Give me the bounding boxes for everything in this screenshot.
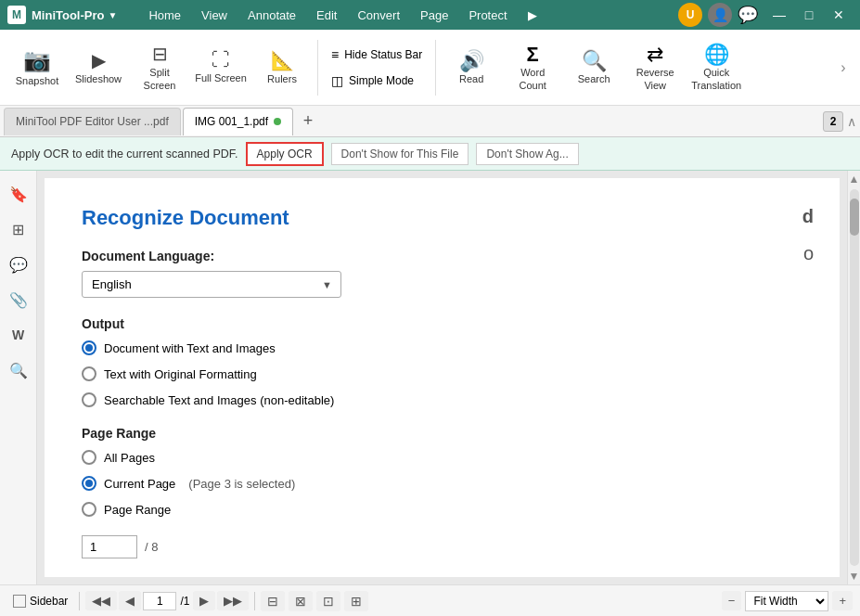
quick-translation-icon: 🌐 xyxy=(704,43,729,67)
nav-first-button[interactable]: ◀◀ xyxy=(85,591,117,610)
tab-img001[interactable]: IMG 001_1.pdf xyxy=(183,108,293,135)
toolbar-simple-mode[interactable]: ◫ Simple Mode xyxy=(324,70,430,92)
menu-home[interactable]: Home xyxy=(139,5,190,26)
output-radio-doc xyxy=(82,340,96,355)
tab-minitool-label: MiniTool PDF Editor User ...pdf xyxy=(16,115,169,128)
output-option-doc[interactable]: Document with Text and Images xyxy=(82,340,802,355)
snapshot-icon: 📷 xyxy=(23,47,51,73)
word-count-label: Word Count xyxy=(507,67,558,91)
sidebar-toggle[interactable]: Sidebar xyxy=(7,593,73,610)
word-count-icon: Σ xyxy=(527,43,539,67)
close-button[interactable]: ✕ xyxy=(825,4,853,26)
toolbar-rulers[interactable]: 📐 Rulers xyxy=(252,34,312,101)
menu-protect[interactable]: Protect xyxy=(459,5,516,26)
toolbar-snapshot[interactable]: 📷 Snapshot xyxy=(7,34,67,101)
menu-view[interactable]: View xyxy=(192,5,237,26)
page-range-start-input[interactable] xyxy=(82,535,137,558)
sidebar-thumbnail-icon[interactable]: ⊞ xyxy=(3,213,34,245)
page-range-radio-all xyxy=(82,450,96,465)
sidebar-search-icon[interactable]: 🔍 xyxy=(3,354,34,386)
app-name-arrow[interactable]: ▼ xyxy=(108,10,117,20)
toolbar-nav-arrow[interactable]: › xyxy=(834,40,853,96)
read-icon: 🔊 xyxy=(459,49,484,73)
reverse-view-label: Reverse View xyxy=(629,67,681,91)
toolbar-quick-translation[interactable]: 🌐 Quick Translation xyxy=(687,34,746,101)
menu-page[interactable]: Page xyxy=(411,5,457,26)
chat-icon[interactable]: 💬 xyxy=(738,5,758,25)
toolbar-reverse-view[interactable]: ⇄ Reverse View xyxy=(625,34,685,101)
toolbar-word-count[interactable]: Σ Word Count xyxy=(503,34,562,101)
output-option-text[interactable]: Text with Original Formatting xyxy=(82,366,802,381)
tab-bar: MiniTool PDF Editor User ...pdf IMG 001_… xyxy=(0,106,860,137)
sidebar-left: 🔖 ⊞ 💬 📎 W 🔍 xyxy=(0,171,37,584)
sidebar-comments-icon[interactable]: 💬 xyxy=(3,249,34,280)
apply-ocr-button[interactable]: Apply OCR xyxy=(246,142,324,166)
scroll-up-arrow[interactable]: ▲ xyxy=(847,171,860,187)
scroll-track[interactable] xyxy=(850,189,859,566)
view-grid-button[interactable]: ⊞ xyxy=(344,591,368,611)
minimize-button[interactable]: — xyxy=(765,4,793,26)
zoom-out-button[interactable]: − xyxy=(722,591,742,610)
nav-page-input[interactable] xyxy=(143,592,176,610)
nav-prev-button[interactable]: ◀ xyxy=(119,591,141,610)
split-screen-icon: ⊟ xyxy=(152,43,168,65)
language-select-wrapper: English French German Spanish Chinese Ja… xyxy=(82,271,341,298)
toolbar-search[interactable]: 🔍 Search xyxy=(564,34,623,101)
zoom-select[interactable]: Fit Width Fit Page 50% 75% 100% 125% 150… xyxy=(745,591,828,611)
window-controls: — □ ✕ xyxy=(765,4,853,26)
full-screen-icon: ⛶ xyxy=(212,49,230,71)
toolbar-full-screen[interactable]: ⛶ Full Screen xyxy=(191,34,250,101)
dont-show-file-button[interactable]: Don't Show for This File xyxy=(331,143,469,165)
dont-show-again-button[interactable]: Don't Show Ag... xyxy=(476,143,578,165)
sidebar-checkbox[interactable] xyxy=(13,595,26,608)
page-range-slash: / 8 xyxy=(145,540,158,554)
bottom-nav: ◀◀ ◀ /1 ▶ ▶▶ xyxy=(85,591,249,610)
user-avatar-orange[interactable]: U xyxy=(678,3,702,27)
page-range-custom[interactable]: Page Range xyxy=(82,502,802,517)
content-area: d o Recognize Document Document Language… xyxy=(37,171,860,584)
scroll-thumb xyxy=(850,199,859,236)
tab-count-badge: 2 xyxy=(823,111,843,132)
toolbar-hide-status-bar[interactable]: ≡ Hide Status Bar xyxy=(324,44,430,66)
snapshot-label: Snapshot xyxy=(16,75,58,87)
view-double-button[interactable]: ⊠ xyxy=(289,591,313,611)
nav-next-button[interactable]: ▶ xyxy=(193,591,215,610)
user-avatar-gray[interactable]: 👤 xyxy=(708,3,732,27)
menu-more[interactable]: ▶ xyxy=(519,5,546,26)
toolbar-read[interactable]: 🔊 Read xyxy=(442,34,501,101)
view-single-button[interactable]: ⊟ xyxy=(261,591,285,611)
sidebar-label: Sidebar xyxy=(30,595,68,608)
tab-minitool[interactable]: MiniTool PDF Editor User ...pdf xyxy=(4,108,181,135)
page-range-current[interactable]: Current Page (Page 3 is selected) xyxy=(82,476,802,491)
page-range-all-label: All Pages xyxy=(104,451,155,465)
tab-add-button[interactable]: + xyxy=(295,109,321,135)
output-option-doc-label: Document with Text and Images xyxy=(104,341,276,355)
partial-letter-d: d xyxy=(802,206,814,227)
maximize-button[interactable]: □ xyxy=(795,4,823,26)
toolbar-split-screen[interactable]: ⊟ Split Screen xyxy=(130,34,189,101)
full-screen-label: Full Screen xyxy=(195,72,247,84)
sidebar-fields-icon[interactable]: W xyxy=(3,319,34,351)
page-range-section-label: Page Range xyxy=(82,426,802,441)
menu-bar: Home View Annotate Edit Convert Page Pro… xyxy=(139,5,546,26)
nav-last-button[interactable]: ▶▶ xyxy=(217,591,249,610)
language-label: Document Language: xyxy=(82,249,802,263)
read-label: Read xyxy=(459,73,483,85)
partial-letter-o: o xyxy=(803,243,814,264)
rulers-icon: 📐 xyxy=(271,49,294,71)
toolbar-slideshow[interactable]: ▶ Slideshow xyxy=(69,34,128,101)
view-scroll-button[interactable]: ⊡ xyxy=(316,591,340,611)
split-screen-label: Split Screen xyxy=(134,67,186,91)
output-option-searchable[interactable]: Searchable Text and Images (non-editable… xyxy=(82,392,802,407)
sidebar-bookmark-icon[interactable]: 🔖 xyxy=(3,178,34,210)
menu-convert[interactable]: Convert xyxy=(348,5,409,26)
menu-edit[interactable]: Edit xyxy=(307,5,346,26)
menu-annotate[interactable]: Annotate xyxy=(238,5,305,26)
language-select[interactable]: English French German Spanish Chinese Ja… xyxy=(82,271,341,298)
zoom-in-button[interactable]: + xyxy=(832,591,853,610)
page-range-all[interactable]: All Pages xyxy=(82,450,802,465)
scroll-down-arrow[interactable]: ▼ xyxy=(847,568,860,584)
tab-scroll-up[interactable]: ∧ xyxy=(847,114,856,129)
sidebar-attachment-icon[interactable]: 📎 xyxy=(3,284,34,315)
form-title: Recognize Document xyxy=(82,206,802,230)
